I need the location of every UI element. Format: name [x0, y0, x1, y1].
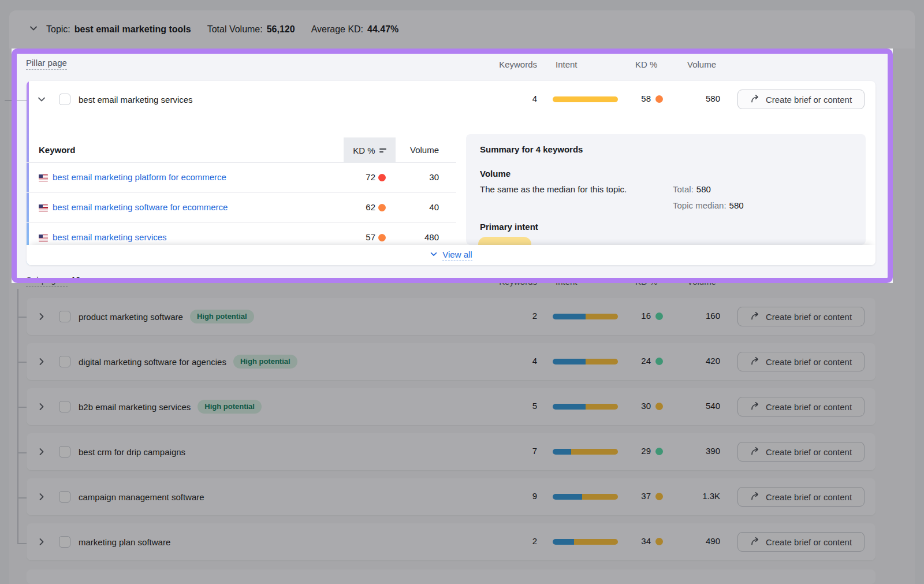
- create-brief-button-label: Create brief or content: [766, 357, 852, 367]
- create-brief-button-label: Create brief or content: [766, 312, 852, 322]
- subpage-row-title: digital marketing software for agencies: [79, 357, 226, 367]
- view-all-link[interactable]: View all: [442, 250, 472, 261]
- forward-arrow-icon: [750, 446, 761, 458]
- summary-total: Total:580: [673, 184, 711, 194]
- create-brief-button[interactable]: Create brief or content: [737, 352, 865, 371]
- pillar-page-label[interactable]: Pillar page: [26, 58, 67, 70]
- column-header-keyword: Keyword: [39, 145, 75, 155]
- intent-informational-segment: [553, 539, 574, 545]
- chevron-down-icon[interactable]: [29, 24, 38, 35]
- high-potential-badge: High potential: [233, 355, 297, 369]
- subpage-row: b2b email marketing services High potent…: [27, 388, 875, 425]
- kd-value: 29: [604, 446, 651, 456]
- next-subpage-row-partial: [27, 570, 875, 584]
- high-potential-badge: High potential: [198, 400, 262, 414]
- intent-informational-segment: [553, 449, 571, 455]
- volume-value: 390: [662, 446, 720, 456]
- chevron-right-icon[interactable]: [37, 312, 46, 321]
- high-potential-badge: High potential: [190, 310, 254, 323]
- column-header-volume: Volume: [404, 145, 439, 155]
- volume-value: 420: [662, 356, 720, 366]
- chevron-right-icon[interactable]: [37, 402, 46, 411]
- intent-badge: [478, 237, 531, 245]
- create-brief-button[interactable]: Create brief or content: [737, 307, 865, 326]
- kd-value: 72: [327, 172, 375, 182]
- tree-connector: [17, 497, 27, 499]
- sort-descending-icon: [379, 148, 386, 152]
- row-checkbox[interactable]: [59, 401, 70, 412]
- keywords-count: 5: [489, 401, 537, 411]
- kd-value: 30: [604, 401, 651, 411]
- create-brief-button[interactable]: Create brief or content: [737, 487, 865, 507]
- chevron-right-icon[interactable]: [37, 447, 46, 456]
- subpages-label[interactable]: Subpages:: [26, 275, 68, 287]
- kd-difficulty-dot: [378, 234, 386, 241]
- keyword-table: Keyword KD % Volume best email marketing…: [27, 137, 456, 253]
- subpage-row-title: campaign management software: [79, 492, 204, 502]
- column-header-volume: Volume: [687, 59, 716, 69]
- topic-header-bar: Topic: best email marketing tools Total …: [9, 10, 915, 49]
- row-checkbox[interactable]: [59, 94, 70, 105]
- average-kd-value: 44.47%: [367, 24, 398, 35]
- volume-value: 40: [393, 202, 439, 212]
- create-brief-button-label: Create brief or content: [766, 492, 852, 502]
- summary-intent-heading: Primary intent: [480, 222, 538, 232]
- summary-volume-heading: Volume: [480, 169, 511, 178]
- tree-connector: [17, 407, 27, 408]
- us-flag-icon: [39, 174, 48, 181]
- subpage-row-title: product marketing software: [79, 312, 183, 322]
- volume-value: 490: [662, 536, 720, 546]
- create-brief-button-label: Create brief or content: [766, 447, 852, 457]
- row-checkbox[interactable]: [59, 356, 70, 367]
- chevron-right-icon[interactable]: [37, 537, 46, 546]
- chevron-down-icon[interactable]: [37, 95, 46, 104]
- tree-connector: [17, 543, 27, 544]
- subpages-list: product marketing software High potentia…: [27, 298, 875, 568]
- kd-value: 58: [604, 94, 651, 103]
- subpage-row: campaign management software High potent…: [27, 478, 875, 515]
- row-checkbox[interactable]: [59, 446, 70, 457]
- keyword-link[interactable]: best email marketing platform for ecomme…: [53, 172, 226, 182]
- column-header-kd: KD %: [635, 59, 657, 69]
- volume-value: 30: [393, 172, 439, 182]
- row-checkbox[interactable]: [59, 311, 70, 322]
- tree-connector: [5, 100, 27, 101]
- kd-value: 37: [604, 491, 651, 501]
- summary-median: Topic median:580: [673, 200, 744, 210]
- keywords-count: 7: [489, 446, 537, 456]
- keywords-count: 2: [489, 311, 537, 321]
- summary-total-value: 580: [696, 184, 711, 194]
- create-brief-button[interactable]: Create brief or content: [737, 442, 865, 462]
- create-brief-button[interactable]: Create brief or content: [737, 90, 865, 109]
- row-checkbox[interactable]: [59, 536, 70, 548]
- keyword-row: best email marketing software for ecomme…: [27, 193, 456, 223]
- pillar-row-title: best email marketing services: [79, 95, 193, 105]
- summary-title: Summary for 4 keywords: [480, 144, 583, 154]
- create-brief-button[interactable]: Create brief or content: [737, 397, 865, 416]
- subpage-row: digital marketing software for agencies …: [27, 343, 875, 380]
- topical-overview-page: Topic: best email marketing tools Total …: [0, 0, 924, 584]
- intent-informational-segment: [553, 359, 586, 364]
- subpages-count: 18: [71, 275, 81, 285]
- us-flag-icon: [39, 204, 48, 211]
- forward-arrow-icon: [750, 94, 761, 106]
- volume-value: 480: [393, 232, 439, 242]
- forward-arrow-icon: [750, 536, 761, 548]
- kd-difficulty-dot: [378, 204, 386, 211]
- subpages-label-group: Subpages:18: [26, 275, 80, 285]
- summary-median-label: Topic median:: [673, 200, 726, 210]
- row-checkbox[interactable]: [59, 491, 70, 503]
- create-brief-button-label: Create brief or content: [766, 537, 852, 547]
- chevron-right-icon[interactable]: [37, 492, 46, 501]
- subpage-row: best crm for drip campaigns High potenti…: [27, 433, 875, 470]
- column-header-kd-sort[interactable]: KD %: [344, 137, 396, 163]
- forward-arrow-icon: [750, 401, 761, 413]
- view-all-bar: View all: [27, 245, 875, 265]
- subpage-row: marketing plan software High potential 2…: [27, 523, 875, 560]
- keyword-link[interactable]: best email marketing software for ecomme…: [53, 202, 228, 212]
- create-brief-button[interactable]: Create brief or content: [737, 532, 865, 552]
- chevron-right-icon[interactable]: [37, 357, 46, 366]
- keyword-link[interactable]: best email marketing services: [53, 232, 167, 242]
- forward-arrow-icon: [750, 491, 761, 503]
- keywords-count: 2: [489, 536, 537, 546]
